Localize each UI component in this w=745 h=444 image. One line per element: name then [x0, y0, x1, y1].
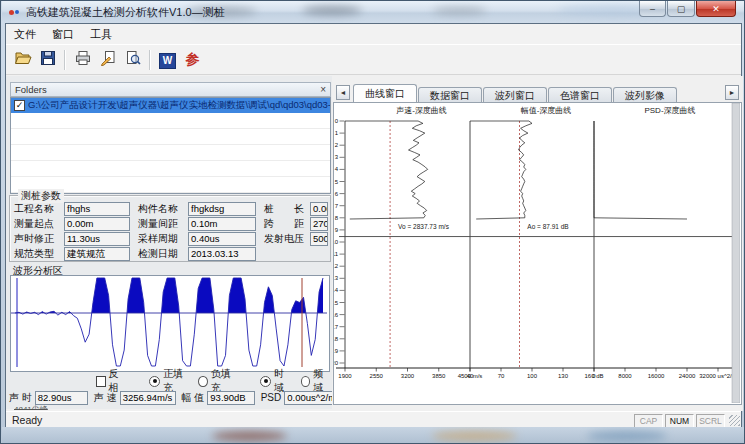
svg-text:19: 19: [334, 348, 339, 354]
invert-checkbox[interactable]: [96, 376, 106, 387]
glass-smudge: [587, 431, 667, 441]
parameter-field[interactable]: 500V: [310, 232, 328, 246]
parameter-label: 测量起点: [14, 217, 64, 231]
window-title: 高铁建筑混凝土检测分析软件V1.0—测桩: [26, 5, 225, 20]
parameter-row: 声时修正11.30us采样周期0.40us发射电压500V: [14, 231, 328, 246]
svg-text:11: 11: [334, 251, 339, 257]
svg-text:18: 18: [334, 336, 339, 342]
print-preview-button[interactable]: [120, 47, 145, 72]
readout-field[interactable]: 0.00us^2/m: [284, 391, 333, 405]
window-controls: –▢✕: [638, 1, 736, 17]
folders-close-button[interactable]: ×: [320, 85, 326, 95]
status-message: Ready: [12, 414, 42, 426]
parameter-field[interactable]: 建筑规范: [64, 247, 130, 261]
svg-text:70: 70: [498, 373, 505, 379]
svg-text:100: 100: [527, 373, 538, 379]
parameter-field[interactable]: fhgkdsg: [188, 202, 256, 216]
svg-text:8000: 8000: [618, 373, 632, 379]
minimize-button[interactable]: –: [639, 1, 666, 17]
print-button[interactable]: [70, 47, 95, 72]
close-button[interactable]: ✕: [696, 1, 736, 17]
menu-item[interactable]: 文件: [6, 25, 44, 44]
tab-1[interactable]: 曲线窗口: [353, 84, 417, 102]
svg-text:PSD-深度曲线: PSD-深度曲线: [644, 106, 695, 115]
toolbar-separator: [64, 50, 66, 70]
parameter-field[interactable]: 11.30us: [64, 232, 130, 246]
menu-item[interactable]: 工具: [82, 25, 120, 44]
readout-field[interactable]: 82.90us: [35, 391, 88, 405]
status-indicator-scrl: SCRL: [696, 414, 725, 428]
word-report-icon: W: [159, 50, 176, 69]
maximize-button[interactable]: ▢: [667, 1, 695, 17]
parameters-icon: 参: [186, 51, 200, 67]
tab-3[interactable]: 波列窗口: [483, 87, 547, 102]
tab-4[interactable]: 色谱窗口: [548, 87, 612, 102]
clipped-status-text: 4841尖峰: [14, 404, 134, 410]
parameter-field[interactable]: 0.00m: [64, 217, 130, 231]
menu-item[interactable]: 窗口: [44, 25, 82, 44]
parameter-field[interactable]: fhghs: [64, 202, 130, 216]
parameter-field[interactable]: 0.00m: [310, 202, 328, 216]
word-icon: W: [159, 53, 176, 69]
tab-scroll-left-button[interactable]: ◄: [336, 85, 350, 100]
list-empty-row: [11, 129, 330, 145]
svg-text:声速-深度曲线: 声速-深度曲线: [396, 106, 447, 115]
export-icon: [100, 50, 116, 70]
parameter-field[interactable]: 0.10m: [188, 217, 256, 231]
svg-text:幅值-深度曲线: 幅值-深度曲线: [521, 106, 572, 115]
svg-text:10: 10: [334, 239, 339, 245]
open-file-icon: [14, 50, 32, 70]
readout-label: PSD: [261, 392, 282, 403]
chart-panel: ◄ 曲线窗口数据窗口波列窗口色谱窗口波列影像 ► 012345678910111…: [332, 76, 743, 411]
word-report-button[interactable]: W: [155, 47, 180, 72]
svg-text:3850: 3850: [432, 373, 446, 379]
print-preview-icon: [125, 50, 141, 70]
tab-2[interactable]: 数据窗口: [418, 87, 482, 102]
save-icon: [40, 50, 56, 70]
parameters-icon: 参: [186, 50, 200, 69]
client-area: 文件窗口工具 W参 Folders × ✓G:\公司产品设计开发\超声仪器\超声…: [5, 23, 742, 427]
parameter-field[interactable]: 270mm: [310, 217, 328, 231]
readout-label: 声 时: [9, 391, 32, 405]
status-indicator-num: NUM: [665, 414, 694, 428]
svg-text:12: 12: [334, 263, 339, 269]
fill-mode-radio[interactable]: [198, 376, 208, 387]
readout-field[interactable]: 93.90dB: [207, 391, 254, 405]
waveform-plot[interactable]: [10, 275, 330, 372]
print-icon: [74, 50, 92, 70]
folder-item[interactable]: ✓G:\公司产品设计开发\超声仪器\超声仪实地检测数据\调试\qd\qd03\q…: [11, 98, 330, 113]
domain-mode-radio[interactable]: [301, 376, 311, 387]
waveform-options-row: 反相正填充负填充时域频域: [10, 374, 332, 388]
checkbox-icon[interactable]: ✓: [14, 100, 25, 111]
svg-text:1900: 1900: [338, 373, 352, 379]
list-empty-row: [11, 161, 330, 177]
parameter-label: 规范类型: [14, 247, 64, 261]
tab-scroll-right-button[interactable]: ►: [725, 85, 739, 100]
tab-5[interactable]: 波列影像: [613, 87, 677, 102]
domain-mode-radio[interactable]: [260, 376, 271, 387]
toolbar: W参: [6, 44, 741, 75]
svg-text:40: 40: [467, 373, 474, 379]
resize-grip[interactable]: [729, 415, 740, 426]
window-bottom-frame: [2, 427, 745, 444]
svg-text:130: 130: [558, 373, 569, 379]
parameter-field[interactable]: 2013.03.13: [188, 247, 256, 261]
readout-field[interactable]: 3256.94m/s: [120, 391, 176, 405]
status-indicators: CAPNUMSCRL: [634, 414, 725, 428]
readout-label: 幅 值: [182, 391, 205, 405]
parameters-button[interactable]: 参: [180, 47, 205, 72]
parameter-field[interactable]: 0.40us: [188, 232, 256, 246]
glass-smudge: [432, 431, 517, 441]
parameter-label: 工程名称: [14, 202, 64, 216]
pile-parameters-group: 测桩参数 工程名称fhghs构件名称fhgkdsg桩 长0.00m测量起点0.0…: [9, 195, 331, 262]
save-button[interactable]: [35, 47, 60, 72]
svg-text:16000: 16000: [648, 373, 665, 379]
folders-list[interactable]: ✓G:\公司产品设计开发\超声仪器\超声仪实地检测数据\调试\qd\qd03\q…: [10, 97, 331, 194]
tab-bar: 曲线窗口数据窗口波列窗口色谱窗口波列影像: [353, 83, 678, 102]
titlebar: 高铁建筑混凝土检测分析软件V1.0—测桩 –▢✕: [2, 1, 745, 23]
fill-mode-radio[interactable]: [149, 376, 160, 387]
list-empty-row: [11, 113, 330, 129]
waveform-readouts-row: 声 时82.90us声 速3256.94m/s幅 值93.90dBPSD0.00…: [9, 390, 333, 405]
export-button[interactable]: [95, 47, 120, 72]
open-file-button[interactable]: [10, 47, 35, 72]
